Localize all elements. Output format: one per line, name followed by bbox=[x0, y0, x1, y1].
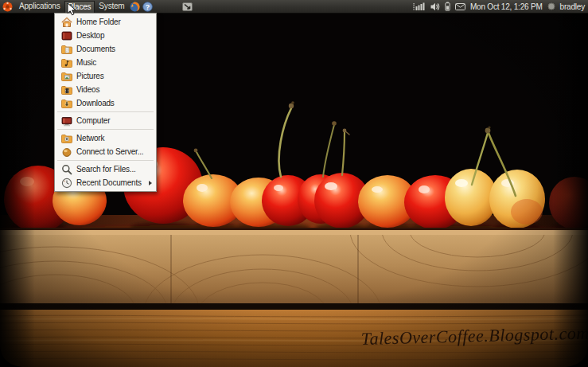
menu-item-label: Network bbox=[76, 134, 104, 143]
user-presence-icon[interactable] bbox=[547, 2, 555, 10]
firefox-launcher-icon[interactable] bbox=[130, 1, 141, 12]
menu-item-videos[interactable]: Videos bbox=[56, 83, 155, 96]
menu-applications[interactable]: Applications bbox=[15, 0, 64, 13]
pictures-icon bbox=[60, 70, 73, 83]
music-icon bbox=[60, 57, 73, 69]
top-panel: Applications Places System ? bbox=[0, 0, 588, 14]
menu-item-music[interactable]: Music bbox=[56, 56, 155, 69]
menu-separator bbox=[57, 160, 154, 161]
network-icon bbox=[60, 132, 73, 145]
menu-item-label: Desktop bbox=[76, 31, 104, 40]
recent-documents-icon bbox=[60, 177, 73, 189]
clock[interactable]: Mon Oct 12, 1:26 PM bbox=[470, 2, 543, 11]
volume-icon[interactable] bbox=[430, 2, 440, 11]
search-icon bbox=[60, 163, 73, 176]
menu-item-label: Music bbox=[76, 58, 96, 67]
documents-icon bbox=[60, 43, 73, 56]
menu-item-label: Home Folder bbox=[76, 18, 121, 26]
menu-system[interactable]: System bbox=[95, 0, 128, 13]
menu-item-network[interactable]: Network bbox=[56, 131, 155, 145]
menu-item-recent-documents[interactable]: Recent Documents bbox=[56, 176, 155, 189]
menu-item-downloads[interactable]: Downloads bbox=[56, 96, 155, 110]
menu-item-home-folder[interactable]: Home Folder bbox=[56, 15, 155, 29]
menu-item-label: Videos bbox=[76, 85, 99, 94]
menu-item-label: Downloads bbox=[76, 99, 115, 107]
menu-separator bbox=[57, 129, 154, 130]
username[interactable]: bradley bbox=[560, 2, 585, 11]
mouse-cursor bbox=[67, 2, 77, 17]
home-folder-icon bbox=[60, 16, 73, 29]
menu-item-pictures[interactable]: Pictures bbox=[56, 69, 155, 83]
menu-item-label: Connect to Server... bbox=[76, 147, 143, 156]
desktop-icon bbox=[60, 29, 73, 42]
menu-item-label: Recent Documents bbox=[76, 178, 142, 187]
menu-item-desktop[interactable]: Desktop bbox=[56, 29, 155, 42]
mail-icon[interactable] bbox=[455, 3, 465, 10]
computer-icon bbox=[60, 115, 73, 127]
svg-text:?: ? bbox=[146, 2, 150, 10]
menu-item-label: Documents bbox=[76, 45, 115, 53]
menu-item-label: Pictures bbox=[76, 72, 104, 80]
network-signal-icon[interactable] bbox=[413, 2, 426, 11]
battery-icon[interactable] bbox=[445, 2, 450, 11]
menu-separator bbox=[57, 111, 154, 112]
submenu-arrow-icon bbox=[149, 181, 152, 185]
menu-item-computer[interactable]: Computer bbox=[56, 114, 155, 127]
places-dropdown-menu: Home Folder Desktop Documents bbox=[54, 13, 157, 192]
desktop-screen: TalesOverCoffee.Blogspot.com Application… bbox=[0, 0, 588, 367]
menu-item-label: Computer bbox=[76, 116, 110, 125]
ubuntu-logo-icon[interactable] bbox=[2, 1, 13, 12]
menu-item-label: Search for Files... bbox=[76, 165, 136, 174]
menu-item-documents[interactable]: Documents bbox=[56, 42, 155, 56]
help-launcher-icon[interactable]: ? bbox=[142, 1, 154, 12]
downloads-icon bbox=[60, 97, 73, 110]
system-tray: Mon Oct 12, 1:26 PM bradley bbox=[413, 2, 588, 11]
videos-icon bbox=[60, 84, 73, 96]
menu-item-search-for-files[interactable]: Search for Files... bbox=[56, 162, 155, 176]
window-task-icon[interactable] bbox=[181, 2, 193, 11]
server-globe-icon bbox=[60, 146, 73, 158]
menu-item-connect-to-server[interactable]: Connect to Server... bbox=[56, 145, 155, 158]
